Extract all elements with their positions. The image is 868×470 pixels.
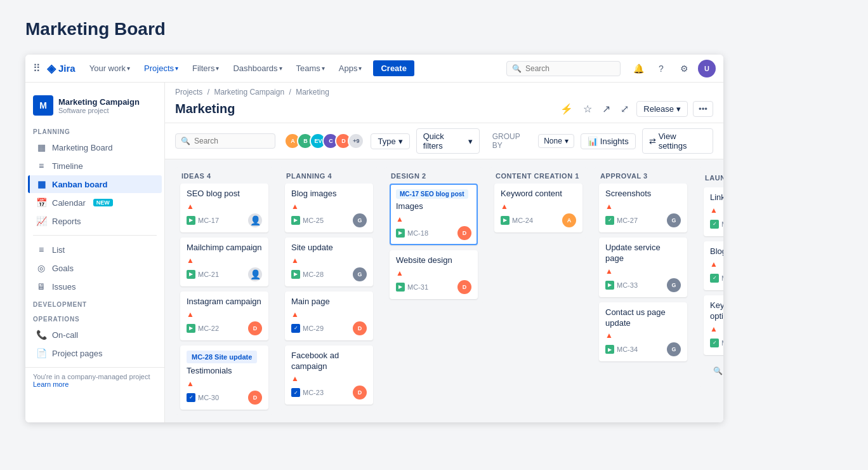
sidebar-item-issues[interactable]: 🖥 Issues xyxy=(28,278,162,295)
sidebar-item-marketing-board[interactable]: ▦ Marketing Board xyxy=(28,138,162,156)
card-mc24[interactable]: Keyword content ▲ ▶ MC-24 A xyxy=(494,184,582,232)
grid-icon[interactable]: ⠿ xyxy=(33,62,41,74)
priority-icon: ▲ xyxy=(291,310,367,319)
breadcrumb-marketing[interactable]: Marketing xyxy=(296,88,329,97)
settings-icon: ⇄ xyxy=(649,137,656,146)
notifications-icon[interactable]: 🔔 xyxy=(629,60,647,77)
check-icon: ✓ xyxy=(710,339,719,347)
card-id: ▶ MC-28 xyxy=(291,270,324,279)
pages-icon: 📄 xyxy=(36,348,47,358)
column-approval: APPROVAL 3 Screenshots ▲ ✓ MC-27 xyxy=(594,167,692,366)
card-title: Contact us page update xyxy=(605,307,681,329)
card-id: ✓ MC-35 xyxy=(710,339,723,347)
sidebar-item-list[interactable]: ≡ List xyxy=(28,241,162,258)
sidebar-item-goals[interactable]: ◎ Goals xyxy=(28,259,162,277)
nav-apps[interactable]: Apps ▾ xyxy=(334,61,367,76)
board-search-input[interactable] xyxy=(194,137,264,145)
card-title: SEO blog post xyxy=(187,189,262,199)
share-icon[interactable]: ↗ xyxy=(600,100,613,117)
avatar-group: A B EV C D +9 xyxy=(284,133,364,149)
sidebar-item-kanban[interactable]: ▦ Kanban board xyxy=(28,175,162,193)
card-mc31[interactable]: Website design ▲ ▶ MC-31 D xyxy=(390,250,478,299)
story-icon: ▶ xyxy=(501,216,510,225)
user-avatar[interactable]: U xyxy=(698,60,716,77)
priority-icon: ▲ xyxy=(710,206,723,215)
card-mc32[interactable]: Blog launch ▲ ✓ MC-32 G xyxy=(704,241,723,290)
card-footer: ▶ MC-22 D xyxy=(187,321,262,335)
view-settings-button[interactable]: ⇄ View settings xyxy=(642,128,713,154)
card-footer: ▶ MC-18 D xyxy=(396,226,471,240)
card-avatar: 👤 xyxy=(248,213,262,227)
expand-icon[interactable]: ⤢ xyxy=(618,100,631,117)
card-mc29[interactable]: Main page ▲ ✓ MC-29 D xyxy=(285,292,373,340)
avatar-more[interactable]: +9 xyxy=(348,133,364,149)
priority-icon: ▲ xyxy=(187,202,262,211)
story-icon: ▶ xyxy=(187,324,195,333)
toolbar-search[interactable]: 🔍 xyxy=(175,133,275,149)
card-avatar: D xyxy=(457,226,471,240)
more-button[interactable]: ••• xyxy=(693,101,713,117)
col-header-approval: APPROVAL 3 xyxy=(594,167,692,184)
card-mc23[interactable]: Facebook ad campaign ▲ ✓ MC-23 D xyxy=(285,346,373,405)
card-footer: ▶ MC-33 G xyxy=(605,278,681,292)
priority-icon: ▲ xyxy=(291,256,367,265)
story-icon: ▶ xyxy=(396,283,405,292)
nav-dashboards[interactable]: Dashboards ▾ xyxy=(228,61,287,76)
priority-icon: ▲ xyxy=(710,260,723,269)
card-footer: ✓ MC-29 D xyxy=(291,321,367,335)
jira-logo[interactable]: ◈ Jira xyxy=(47,62,76,76)
group-by-select[interactable]: None ▾ xyxy=(538,134,574,148)
col-title-planning: PLANNING 4 xyxy=(286,172,332,180)
create-button[interactable]: Create xyxy=(373,60,414,76)
calendar-icon: 📅 xyxy=(36,198,47,208)
search-input[interactable] xyxy=(525,64,602,73)
sidebar-item-project-pages[interactable]: 📄 Project pages xyxy=(28,344,162,362)
card-avatar: D xyxy=(457,280,471,294)
card-mc26[interactable]: Linkedin campaign ▲ ✓ MC-26 G xyxy=(704,187,723,236)
quick-filters-button[interactable]: Quick filters ▾ xyxy=(416,128,480,154)
see-older-button[interactable]: 🔍 See older issues xyxy=(704,360,723,382)
insights-button[interactable]: 📊 Insights xyxy=(581,133,636,149)
nav-filters[interactable]: Filters ▾ xyxy=(187,61,224,76)
card-mc22[interactable]: Instagram campaign ▲ ▶ MC-22 D xyxy=(180,292,268,340)
sidebar-item-timeline[interactable]: ≡ Timeline xyxy=(28,157,162,175)
nav-search[interactable]: 🔍 xyxy=(506,61,621,76)
card-mc18[interactable]: MC-17 SEO blog post Images ▲ ▶ MC-18 D xyxy=(390,184,478,245)
settings-icon[interactable]: ⚙ xyxy=(675,60,693,77)
card-mc28[interactable]: Site update ▲ ▶ MC-28 G xyxy=(285,238,373,286)
release-button[interactable]: Release ▾ xyxy=(636,101,688,117)
sidebar-item-calendar[interactable]: 📅 Calendar NEW xyxy=(28,194,162,211)
story-icon: ▶ xyxy=(396,229,405,238)
story-icon: ▶ xyxy=(291,270,300,279)
learn-more-link[interactable]: Learn more xyxy=(33,380,69,388)
nav-projects[interactable]: Projects ▾ xyxy=(139,61,183,76)
col-header-design: DESIGN 2 xyxy=(385,167,483,184)
board-title: Marketing xyxy=(175,102,235,116)
breadcrumb-campaign[interactable]: Marketing Campaign xyxy=(214,88,284,97)
sidebar-item-reports[interactable]: 📈 Reports xyxy=(28,212,162,230)
story-icon: ▶ xyxy=(605,345,614,354)
lightning-icon[interactable]: ⚡ xyxy=(558,100,575,117)
breadcrumb-projects[interactable]: Projects xyxy=(175,88,202,97)
operations-section-label: OPERATIONS xyxy=(25,311,164,325)
card-footer: ✓ MC-30 D xyxy=(187,391,262,405)
card-mc35[interactable]: Keyword optimization ▲ ✓ MC-35 G xyxy=(704,295,723,355)
card-mc17[interactable]: SEO blog post ▲ ▶ MC-17 👤 xyxy=(180,184,268,232)
nav-teams[interactable]: Teams ▾ xyxy=(291,61,330,76)
card-mc30[interactable]: MC-28 Site update Testimonials ▲ ✓ MC-30… xyxy=(180,346,268,410)
card-title: Testimonials xyxy=(187,366,262,377)
card-avatar: G xyxy=(353,267,367,281)
chevron-down-icon: ▾ xyxy=(565,137,569,145)
card-title: Site update xyxy=(291,243,367,253)
nav-your-work[interactable]: Your work ▾ xyxy=(84,61,135,76)
sidebar-item-oncall[interactable]: 📞 On-call xyxy=(28,326,162,344)
type-filter-button[interactable]: Type ▾ xyxy=(371,133,409,149)
help-icon[interactable]: ? xyxy=(652,60,670,77)
project-info: Marketing Campaign Software project xyxy=(58,97,140,114)
star-icon[interactable]: ☆ xyxy=(581,100,595,117)
card-mc27[interactable]: Screenshots ▲ ✓ MC-27 G xyxy=(599,184,687,232)
card-mc25[interactable]: Blog images ▲ ▶ MC-25 G xyxy=(285,184,373,232)
card-mc21[interactable]: Mailchimp campaign ▲ ▶ MC-21 👤 xyxy=(180,238,268,286)
card-mc34[interactable]: Contact us page update ▲ ▶ MC-34 G xyxy=(599,302,687,362)
card-mc33[interactable]: Update service page ▲ ▶ MC-33 G xyxy=(599,238,687,297)
